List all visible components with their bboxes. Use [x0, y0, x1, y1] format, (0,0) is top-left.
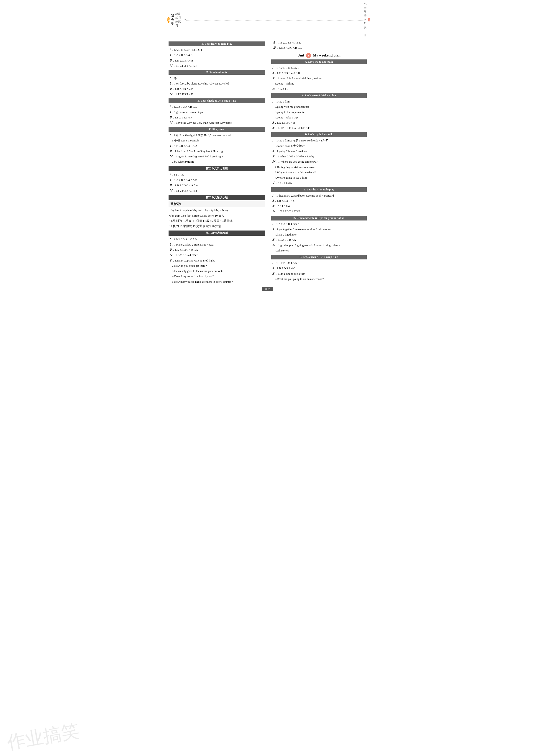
r-rw-iv-2: 4.tell stories — [271, 248, 367, 253]
r-plan-i-2: 2.going visit my grandparents — [271, 104, 367, 110]
section-b-check-wrap: B. Let's check & Let's wrap it up — [169, 98, 265, 103]
line-ii-5: Ⅱ．1.A 2.B 3.A 4.A 5.B — [169, 178, 265, 183]
section-unit2-vocab: 第二单元知识小结 — [169, 195, 265, 200]
vocab-line-3: 11.早到的 12.头盔 13.必须 14.戴 15.德国 16.乘雪橇 — [169, 218, 265, 224]
r-cw-i: Ⅰ．1.B 2.B 3.C 4.A 5.C — [271, 261, 367, 266]
section-b-lets-try-talk-2: B. Let's try & Let's talk — [271, 132, 367, 137]
line-i-4b: 5.中餐 6.use chopsticks — [169, 138, 265, 143]
line-iii-2: Ⅲ．1.B 2.C 3.A 4.B — [169, 87, 265, 92]
test-line-iii: Ⅲ．1.A 2.B 3.C 4.B 5.A — [169, 247, 265, 253]
r-plan-i-4: 4.going；take a trip — [271, 115, 367, 120]
test-line-v2: 2.How do you often get there? — [169, 263, 265, 268]
line-iii-1: Ⅲ．1.D 2.C 3.A 4.B — [169, 58, 265, 63]
vocab-line-1: 1.by bus 2.by plane 3.by taxi 4.by ship … — [169, 208, 265, 213]
line-ii-3: Ⅱ．1.go 2.come 3.come 4.go — [169, 110, 265, 115]
r-b-iv-1: Ⅳ．1.Where are you going tomorrow? — [271, 159, 367, 164]
line-i-3: Ⅰ．1.C 2.B 3.A 4.B 5.C — [169, 104, 265, 110]
section-b-learn-role-3: B. Let's learn & Role-play — [271, 187, 367, 192]
vocab-subtitle: 重点词汇 — [169, 201, 265, 207]
r-cw-iii-1: Ⅲ．1.I'm going to see a film — [271, 271, 367, 276]
line-i-2: Ⅰ．略 — [169, 76, 265, 81]
subtitle: 板块式 同步练习 — [175, 12, 182, 28]
section-a-lets-learn-make-plan: A. Let's learn & Make a plan — [271, 93, 367, 98]
section-b-lets-learn-role-play: B. Let's learn & Role-play — [169, 42, 265, 46]
r-plan-i-1: Ⅰ．1.see a film — [271, 99, 367, 104]
section-a-lets-try-talk-1: A. Let's try & Let's talk — [271, 59, 367, 64]
line-iv-5: Ⅳ．1.T 2.F 3.F 4.T 5.T — [169, 188, 265, 193]
r-b-i-1b: 5.comic book 6.太空旅行 — [271, 144, 367, 149]
line-i-5: Ⅰ．4 1 2 3 5 — [169, 172, 265, 178]
r-b-iv-2: 2.He is going to visit me tomorrow. — [271, 165, 367, 170]
test-line-i: Ⅰ．1.B 2.C 3.A 4.C 5.B — [169, 237, 265, 242]
line-iv-4: Ⅳ．1.lights 2.three 3.green 4.Red 5.go 6.… — [169, 154, 265, 159]
r-rw-ii-1: Ⅱ．1.get together 2.make mooncakes 3.tell… — [271, 227, 367, 232]
section-unit2-test: 第二单元达标检测 — [169, 231, 265, 236]
r-rw-ii-2: 4.have a big dinner — [271, 232, 367, 238]
left-column: B. Let's learn & Role-play Ⅰ．1.A D E 2.C… — [167, 40, 267, 285]
main-content: B. Let's learn & Role-play Ⅰ．1.A D E 2.C… — [167, 40, 368, 285]
line-iv-3: Ⅳ．1.by bike 2.by bus 3.by train 4.on foo… — [169, 120, 265, 126]
line-iv-2: Ⅳ．1.T 2.F 3.T 4.F — [169, 92, 265, 97]
r-b-v-1: Ⅴ．7 4 2 1 6 3 5 — [271, 181, 367, 186]
r-b-iii-1: Ⅲ．1.When 2.What 3.Where 4.Why — [271, 154, 367, 159]
test-line-iv: Ⅳ．1.B 2.E 3.A 4.C 5.D — [169, 253, 265, 258]
r-b-ii-1: Ⅱ．1.going 2.books 3.go 4.see — [271, 149, 367, 154]
line-iii-3: Ⅲ．1.F 2.T 3.T 4.F — [169, 115, 265, 120]
header-left: 我 我会学 板块式 同步练习 ●………………………………………………………………… — [167, 12, 364, 28]
logo-icon: 我 — [167, 16, 170, 23]
r-role-iv: Ⅳ．1.T 2.F 3.T 4.T 5.F — [271, 209, 367, 214]
unit3-number: 3 — [306, 53, 311, 58]
line-i-1: Ⅰ．1.A D E 2.C F H 3.B G I — [169, 47, 265, 53]
r-cw-iii-2: 2.What are you going to do this afternoo… — [271, 276, 367, 282]
r-b-iv-3: 3.Why not take a trip this weekend? — [271, 170, 367, 175]
vocab-line-4: 17.快的 18.乘滑轮 19.交通信号灯 20.注意 — [169, 224, 265, 229]
r-role-iii: Ⅲ．2 3 1 5 6 4 — [271, 204, 367, 209]
right-label: 小学英语六年级上册 — [364, 2, 366, 37]
r-role-ii: Ⅱ．1.B 2.B 3.B 4.C — [271, 198, 367, 204]
test-line-v5: 5.How many traffic lights are there in e… — [169, 279, 265, 285]
line-ii-1: Ⅱ．1.A 2.B 3.A 4.C — [169, 53, 265, 58]
header-right: 小学英语六年级上册 PEP — [364, 2, 370, 37]
r-line-iv-1: Ⅳ．1 5 3 4 2 — [271, 87, 367, 92]
line-ii-2: Ⅱ．1.on foot 2.by plane 3.by ship 4.by ca… — [169, 81, 265, 86]
test-line-ii: Ⅱ．1.plane 2.Slow；stop 3.ship 4.taxi — [169, 242, 265, 247]
section-b-read-write: B. Read and write — [169, 70, 265, 75]
unit2-extra-vi: Ⅵ．1.E 2.C 3.B 4.A 5.D — [271, 40, 367, 45]
line-iii-5: Ⅲ．1.B 2.C 3.C 4.A 5.A — [169, 183, 265, 188]
r-line-i-1: Ⅰ．1.A 2.D 3.E 4.C 5.B — [271, 65, 367, 70]
right-column: Ⅵ．1.E 2.C 3.B 4.A 5.D Ⅶ．1.B 2.A 3.C 4.B … — [269, 40, 368, 285]
section-c-story-time: C. Story time — [169, 127, 265, 132]
r-plan-i-3: 3.going to the supermarket — [271, 110, 367, 115]
r-plan-iii: Ⅲ．1.C 2.B 3.D 4.A 5.F 6.F 7.T — [271, 126, 367, 131]
r-rw-i: Ⅰ．1.A 2.A 3.B 4.B 5.A — [271, 222, 367, 227]
r-line-iii-1: Ⅲ．1.going 2.is 3.sounds 4.doing；writing — [271, 76, 367, 81]
brand-title: 我会学 — [171, 14, 174, 26]
r-line-ii-1: Ⅱ．1.C 2.C 3.B 4.A 5.B — [271, 70, 367, 76]
line-iii-4: Ⅲ．1.far from 2.Yes I can 3.by bus 4.How；… — [169, 149, 265, 154]
line-ii-4: Ⅱ．1.B 2.B 3.A 4.C 5.A — [169, 144, 265, 149]
line-i-4: Ⅰ．1.看 2.on the right 3.乘公共汽车 4.cross the… — [169, 133, 265, 138]
r-role-i: Ⅰ．1.dictionary 2.word book 3.comic book … — [271, 193, 367, 198]
section-b-check-wrap-3: B. Let's check & Let's wrap it up — [271, 255, 367, 260]
line-iv-1: Ⅳ．1.F 2.F 3.T 4.T 5.F — [169, 63, 265, 69]
r-b-i-1: Ⅰ．1.see a film 2.许多 3.next Wednesday 4.半… — [271, 138, 367, 143]
r-b-iv-4: 4.We are going to see a film. — [271, 175, 367, 181]
test-line-v1: Ⅴ．1.Don't stop and wait at a red light. — [169, 258, 265, 263]
unit2-extra-vii: Ⅶ．1.B 2.A 3.C 4.B 5.C — [271, 45, 367, 51]
test-line-v3: 3.He usually goes to the nature park on … — [169, 268, 265, 274]
unit3-title: Unit 3 My weekend plan — [271, 53, 367, 58]
vocab-line-2: 6.by train 7.on foot 8.stop 9.slow down … — [169, 213, 265, 218]
grade-badge: PEP — [368, 18, 370, 21]
r-cw-ii: Ⅱ．1.B 2.D 3.A 4.C — [271, 266, 367, 271]
r-plan-ii: Ⅱ．1.A 2.B 3.C 4.B — [271, 120, 367, 126]
line-iv-4b: 7.by 8.foot 9.traffic — [169, 159, 265, 164]
section-unit2-listening: 第二单元听力训练 — [169, 166, 265, 171]
r-rw-iv-1: Ⅳ．1.go shopping 2.going to cook 3.going … — [271, 243, 367, 248]
test-line-v4: 4.Does Amy come to school by bus? — [169, 274, 265, 279]
page-number: 002 — [262, 287, 273, 291]
page-header: 我 我会学 板块式 同步练习 ●………………………………………………………………… — [167, 2, 368, 38]
section-b-read-write-tips: B. Read and write & Tips for pronunciati… — [271, 216, 367, 220]
r-line-iii-1b: 5.going；fishing — [271, 81, 367, 86]
r-rw-iii: Ⅲ．1.C 2.B 3.B 4.A — [271, 238, 367, 242]
